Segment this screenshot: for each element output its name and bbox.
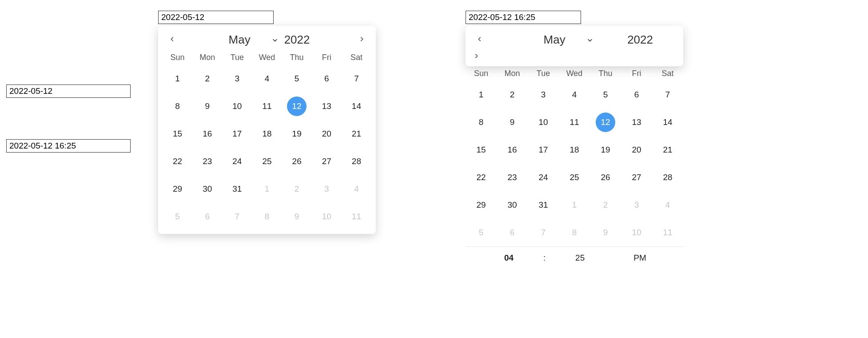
day-cell[interactable]: 5 xyxy=(590,81,621,109)
day-cell[interactable]: 19 xyxy=(590,136,621,164)
time-minute[interactable]: 25 xyxy=(550,253,610,263)
weekday-label: Sat xyxy=(342,53,371,62)
day-cell[interactable]: 18 xyxy=(559,136,590,164)
day-cell[interactable]: 29 xyxy=(163,175,192,203)
day-cell[interactable]: 18 xyxy=(252,120,282,148)
day-cell[interactable]: 11 xyxy=(559,109,590,136)
month-select[interactable]: May xyxy=(517,33,593,47)
day-cell[interactable]: 5 xyxy=(466,219,497,246)
day-cell[interactable]: 25 xyxy=(252,148,282,175)
day-cell[interactable]: 6 xyxy=(312,65,342,93)
day-cell[interactable]: 5 xyxy=(163,203,192,230)
day-cell[interactable]: 6 xyxy=(497,219,528,246)
day-cell[interactable]: 2 xyxy=(497,81,528,109)
day-cell[interactable]: 16 xyxy=(497,136,528,164)
day-cell[interactable]: 13 xyxy=(312,93,342,120)
next-month-button[interactable] xyxy=(355,34,368,46)
day-cell[interactable]: 7 xyxy=(342,65,371,93)
day-cell[interactable]: 8 xyxy=(252,203,282,230)
day-cell[interactable]: 11 xyxy=(252,93,282,120)
day-cell[interactable]: 1 xyxy=(163,65,192,93)
day-cell[interactable]: 4 xyxy=(252,65,282,93)
day-cell[interactable]: 8 xyxy=(466,109,497,136)
day-cell[interactable]: 17 xyxy=(222,120,252,148)
day-cell[interactable]: 15 xyxy=(163,120,192,148)
day-cell[interactable]: 21 xyxy=(652,136,683,164)
day-cell[interactable]: 24 xyxy=(222,148,252,175)
day-cell[interactable]: 12 xyxy=(590,109,621,136)
day-cell[interactable]: 30 xyxy=(192,175,222,203)
datetime-picker-input[interactable] xyxy=(466,11,581,24)
day-cell[interactable]: 2 xyxy=(590,191,621,219)
day-cell[interactable]: 7 xyxy=(652,81,683,109)
day-cell[interactable]: 27 xyxy=(312,148,342,175)
day-cell[interactable]: 8 xyxy=(559,219,590,246)
datetime-input-standalone[interactable] xyxy=(6,139,131,153)
day-cell[interactable]: 23 xyxy=(497,164,528,191)
day-cell[interactable]: 8 xyxy=(163,93,192,120)
day-cell[interactable]: 31 xyxy=(528,191,559,219)
day-cell[interactable]: 9 xyxy=(192,93,222,120)
month-select[interactable]: May xyxy=(202,33,278,47)
day-cell[interactable]: 7 xyxy=(528,219,559,246)
day-number: 2 xyxy=(510,90,515,100)
day-cell[interactable]: 11 xyxy=(652,219,683,246)
day-cell[interactable]: 3 xyxy=(312,175,342,203)
prev-month-button[interactable] xyxy=(166,34,179,46)
day-cell[interactable]: 9 xyxy=(282,203,312,230)
day-cell[interactable]: 13 xyxy=(621,109,652,136)
day-cell[interactable]: 23 xyxy=(192,148,222,175)
day-cell[interactable]: 3 xyxy=(222,65,252,93)
day-cell[interactable]: 29 xyxy=(466,191,497,219)
day-cell[interactable]: 9 xyxy=(497,109,528,136)
day-cell[interactable]: 10 xyxy=(222,93,252,120)
day-cell[interactable]: 11 xyxy=(342,203,371,230)
day-cell[interactable]: 19 xyxy=(282,120,312,148)
date-picker-input[interactable] xyxy=(158,11,274,24)
day-number: 30 xyxy=(203,184,212,194)
day-cell[interactable]: 10 xyxy=(621,219,652,246)
day-cell[interactable]: 10 xyxy=(312,203,342,230)
day-cell[interactable]: 21 xyxy=(342,120,371,148)
day-cell[interactable]: 1 xyxy=(466,81,497,109)
date-input-standalone[interactable] xyxy=(6,84,131,98)
day-cell[interactable]: 28 xyxy=(652,164,683,191)
day-cell[interactable]: 31 xyxy=(222,175,252,203)
day-cell[interactable]: 5 xyxy=(282,65,312,93)
day-cell[interactable]: 24 xyxy=(528,164,559,191)
day-cell[interactable]: 7 xyxy=(222,203,252,230)
prev-month-button[interactable] xyxy=(474,34,486,46)
day-cell[interactable]: 4 xyxy=(342,175,371,203)
day-cell[interactable]: 2 xyxy=(192,65,222,93)
day-cell[interactable]: 15 xyxy=(466,136,497,164)
day-cell[interactable]: 17 xyxy=(528,136,559,164)
day-cell[interactable]: 26 xyxy=(590,164,621,191)
day-cell[interactable]: 4 xyxy=(559,81,590,109)
day-cell[interactable]: 27 xyxy=(621,164,652,191)
day-cell[interactable]: 20 xyxy=(621,136,652,164)
next-month-button[interactable] xyxy=(470,50,482,63)
day-cell[interactable]: 26 xyxy=(282,148,312,175)
day-cell[interactable]: 22 xyxy=(163,148,192,175)
day-cell[interactable]: 28 xyxy=(342,148,371,175)
day-cell[interactable]: 6 xyxy=(621,81,652,109)
day-cell[interactable]: 22 xyxy=(466,164,497,191)
day-cell[interactable]: 14 xyxy=(652,109,683,136)
day-cell[interactable]: 10 xyxy=(528,109,559,136)
day-cell[interactable]: 1 xyxy=(559,191,590,219)
time-hour[interactable]: 04 xyxy=(479,253,539,263)
day-cell[interactable]: 3 xyxy=(528,81,559,109)
day-cell[interactable]: 30 xyxy=(497,191,528,219)
day-cell[interactable]: 1 xyxy=(252,175,282,203)
day-cell[interactable]: 16 xyxy=(192,120,222,148)
day-cell[interactable]: 14 xyxy=(342,93,371,120)
day-cell[interactable]: 3 xyxy=(621,191,652,219)
day-cell[interactable]: 4 xyxy=(652,191,683,219)
time-ampm[interactable]: PM xyxy=(610,253,670,263)
day-cell[interactable]: 20 xyxy=(312,120,342,148)
day-cell[interactable]: 12 xyxy=(282,93,312,120)
day-cell[interactable]: 6 xyxy=(192,203,222,230)
day-cell[interactable]: 25 xyxy=(559,164,590,191)
day-cell[interactable]: 9 xyxy=(590,219,621,246)
day-cell[interactable]: 2 xyxy=(282,175,312,203)
